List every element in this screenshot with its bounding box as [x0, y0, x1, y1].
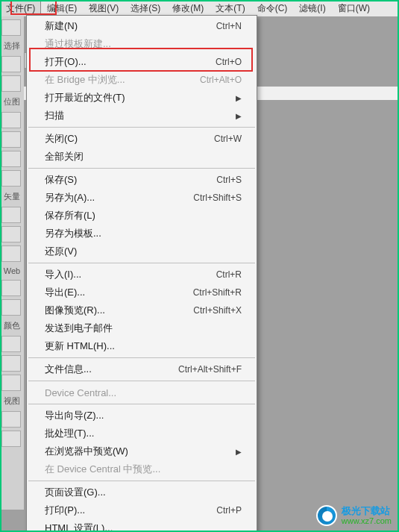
- menu-item[interactable]: 在浏览器中预览(W)▶: [27, 442, 257, 460]
- menubar: 文件(F) 编辑(E) 视图(V) 选择(S) 修改(M) 文本(T) 命令(C…: [0, 0, 399, 16]
- tool-button[interactable]: [1, 56, 21, 72]
- menu-item-label: 新建(N): [45, 19, 78, 33]
- tool-button[interactable]: [1, 131, 21, 148]
- menu-command[interactable]: 命令(C): [251, 0, 294, 17]
- menu-item-label: 保存(S): [45, 173, 77, 187]
- menu-item-shortcut: Ctrl+R: [216, 269, 242, 280]
- menu-separator: [28, 481, 255, 481]
- tool-button[interactable]: [1, 75, 21, 92]
- menu-item: 在 Bridge 中浏览...Ctrl+Alt+O: [27, 71, 257, 89]
- tool-button[interactable]: [1, 411, 21, 428]
- submenu-arrow-icon: ▶: [236, 112, 242, 120]
- menu-item[interactable]: 打印(P)...Ctrl+P: [27, 501, 257, 519]
- menu-item[interactable]: 关闭(C)Ctrl+W: [27, 130, 257, 148]
- menu-item-shortcut: Ctrl+P: [216, 505, 242, 516]
- watermark-title: 极光下载站: [342, 506, 392, 516]
- section-label: 矢量: [1, 190, 22, 204]
- menu-item-label: 发送到电子邮件: [45, 322, 113, 335]
- menu-item-shortcut: Ctrl+Shift+R: [193, 287, 242, 298]
- menu-separator: [28, 263, 255, 263]
- menu-item[interactable]: 保存所有(L): [27, 207, 257, 225]
- menu-item-label: 还原(V): [45, 245, 77, 258]
- tool-button[interactable]: [1, 151, 21, 167]
- watermark-logo-icon: [316, 505, 337, 526]
- menu-item[interactable]: 图像预览(R)...Ctrl+Shift+X: [27, 301, 257, 319]
- tool-button[interactable]: [1, 19, 21, 36]
- tool-button[interactable]: [1, 375, 21, 391]
- menu-item[interactable]: 文件信息...Ctrl+Alt+Shift+F: [27, 360, 257, 378]
- menu-item-shortcut: Ctrl+Alt+O: [200, 75, 242, 85]
- menu-item[interactable]: 导出(E)...Ctrl+Shift+R: [27, 284, 257, 301]
- menu-item-label: 打开(O)...: [45, 55, 87, 69]
- menu-filter[interactable]: 滤镜(I): [293, 0, 331, 17]
- menu-item-label: 保存所有(L): [45, 209, 95, 222]
- menu-item-label: 另存为模板...: [45, 227, 101, 240]
- menu-item-label: 图像预览(R)...: [45, 304, 105, 317]
- tool-button[interactable]: [1, 280, 21, 296]
- tool-button[interactable]: [1, 355, 21, 372]
- menu-item-shortcut: Ctrl+S: [216, 175, 242, 185]
- menu-item: Device Central...: [27, 384, 257, 401]
- menu-item: 在 Device Central 中预览...: [27, 460, 257, 478]
- menu-window[interactable]: 窗口(W): [332, 0, 376, 17]
- menu-item-label: HTML 设置(L)...: [45, 522, 113, 532]
- menu-separator: [28, 357, 255, 358]
- menu-item-shortcut: Ctrl+N: [216, 21, 242, 31]
- section-label: 颜色: [1, 319, 22, 333]
- tool-button[interactable]: [1, 299, 21, 316]
- tool-button[interactable]: [1, 245, 21, 262]
- menu-item-shortcut: Ctrl+O: [216, 57, 242, 67]
- menu-item-label: 导出(E)...: [45, 286, 85, 299]
- menu-item[interactable]: 发送到电子邮件: [27, 319, 257, 337]
- menu-item[interactable]: 保存(S)Ctrl+S: [27, 171, 257, 189]
- section-label: Web: [1, 265, 22, 277]
- menu-item[interactable]: 批处理(T)...: [27, 425, 257, 442]
- submenu-arrow-icon: ▶: [236, 94, 242, 102]
- file-dropdown-menu: 新建(N)Ctrl+N通过模板新建...打开(O)...Ctrl+O在 Brid…: [26, 15, 257, 532]
- menu-item[interactable]: 页面设置(G)...: [27, 484, 257, 501]
- menu-item[interactable]: 导出向导(Z)...: [27, 407, 257, 425]
- menu-item-shortcut: Ctrl+Shift+X: [193, 305, 242, 316]
- menu-item-label: 在 Bridge 中浏览...: [45, 73, 125, 87]
- menu-item[interactable]: 打开(O)...Ctrl+O: [27, 53, 257, 71]
- menu-item-label: 批处理(T)...: [45, 427, 94, 440]
- menu-item-label: 打印(P)...: [45, 504, 85, 517]
- submenu-arrow-icon: ▶: [236, 448, 242, 456]
- menu-item[interactable]: 另存为模板...: [27, 225, 257, 242]
- menu-item-label: 在浏览器中预览(W): [45, 445, 128, 458]
- menu-separator: [28, 404, 255, 404]
- menu-item-label: 通过模板新建...: [45, 37, 111, 51]
- menu-item[interactable]: 导入(I)...Ctrl+R: [27, 266, 257, 284]
- menu-item: 通过模板新建...: [27, 35, 257, 53]
- left-tool-palette: 选择 位图 矢量 Web 颜色 视图: [0, 16, 24, 510]
- tool-button[interactable]: [1, 112, 21, 128]
- menu-item-label: 打开最近的文件(T): [45, 91, 125, 104]
- tool-button[interactable]: [1, 336, 21, 352]
- menu-separator: [28, 168, 255, 169]
- tool-button[interactable]: [1, 226, 21, 242]
- section-label: 位图: [1, 95, 22, 109]
- menu-item-label: 文件信息...: [45, 363, 92, 376]
- menu-item[interactable]: 另存为(A)...Ctrl+Shift+S: [27, 189, 257, 207]
- tool-button[interactable]: [1, 431, 21, 447]
- menu-separator: [28, 127, 255, 128]
- menu-item-label: 更新 HTML(H)...: [45, 339, 115, 353]
- tool-button[interactable]: [1, 207, 21, 223]
- menu-item[interactable]: HTML 设置(L)...: [27, 519, 257, 532]
- menu-item-label: 扫描: [45, 109, 64, 122]
- menu-item[interactable]: 全部关闭: [27, 148, 257, 166]
- menu-item-shortcut: Ctrl+Alt+Shift+F: [178, 364, 242, 375]
- menu-item[interactable]: 还原(V): [27, 242, 257, 260]
- menu-item-label: 页面设置(G)...: [45, 486, 106, 499]
- menu-item-label: 导出向导(Z)...: [45, 409, 104, 422]
- section-label: 视图: [1, 394, 22, 408]
- menu-item-label: 关闭(C): [45, 132, 78, 145]
- menu-item[interactable]: 扫描▶: [27, 107, 257, 125]
- watermark-url: www.xz7.com: [342, 516, 392, 525]
- menu-item[interactable]: 打开最近的文件(T)▶: [27, 89, 257, 107]
- menu-item[interactable]: 新建(N)Ctrl+N: [27, 17, 257, 35]
- menu-separator: [28, 381, 255, 381]
- menu-item[interactable]: 更新 HTML(H)...: [27, 337, 257, 355]
- tool-button[interactable]: [1, 170, 21, 187]
- menu-item-label: 另存为(A)...: [45, 191, 95, 204]
